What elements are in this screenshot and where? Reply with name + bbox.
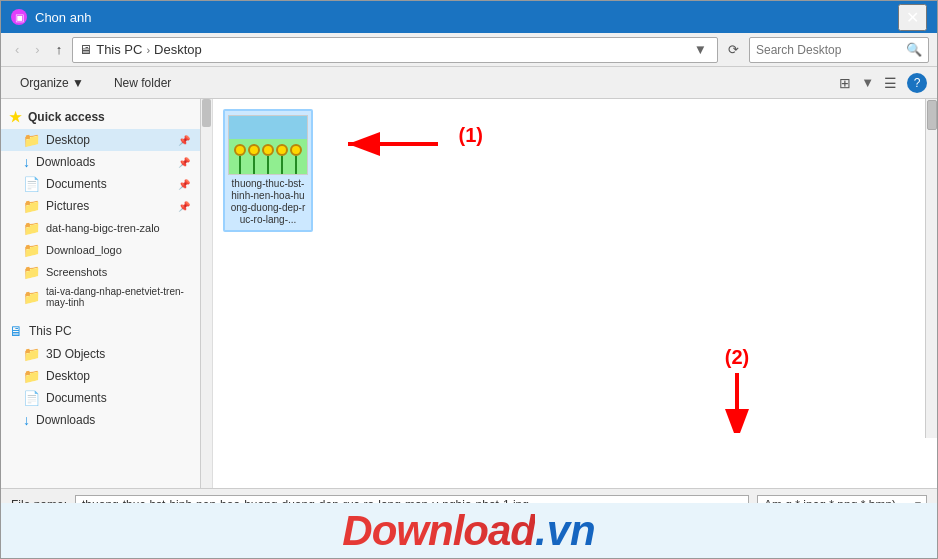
dialog-title: Chon anh (35, 10, 898, 25)
search-icon: 🔍 (906, 42, 922, 57)
sidebar-scrollbar-thumb (202, 99, 211, 127)
pc-doc-icon: 📄 (23, 390, 40, 406)
cancel-button[interactable]: Cancel (860, 528, 927, 552)
this-pc-header[interactable]: 🖥 This PC (1, 319, 200, 343)
sidebar-item-download-logo[interactable]: 📁 Download_logo (1, 239, 200, 261)
nav-toolbar: ‹ › ↑ 🖥 This PC › Desktop ▼ ⟳ 🔍 (1, 33, 937, 67)
address-bar[interactable]: 🖥 This PC › Desktop ▼ (72, 37, 718, 63)
organize-button[interactable]: Organize ▼ (11, 73, 93, 93)
pc-desktop-icon: 📁 (23, 368, 40, 384)
file-dialog: ▣ Chon anh ✕ ‹ › ↑ 🖥 This PC › Desktop ▼… (0, 0, 938, 559)
file-scrollbar-thumb (927, 100, 937, 130)
path-part-2: Desktop (154, 42, 202, 57)
help-button[interactable]: ? (907, 73, 927, 93)
file-content: thuong-thuc-bst-hinh-nen-hoa-huong-duong… (223, 109, 927, 232)
main-content: ★ Quick access 📁 Desktop 📌 ↓ Downloads 📌… (1, 99, 937, 488)
path-separator: › (146, 44, 150, 56)
refresh-button[interactable]: ⟳ (722, 39, 745, 60)
sunflower-2 (248, 144, 260, 174)
folder-icon: 📁 (23, 132, 40, 148)
sidebar-item-desktop[interactable]: 📁 Desktop 📌 (1, 129, 200, 151)
sidebar-item-tai-va-dang[interactable]: 📁 tai-va-dang-nhap-enetviet-tren-may-tin… (1, 283, 200, 311)
doc-icon: 📄 (23, 176, 40, 192)
pin-icon-documents: 📌 (178, 179, 190, 190)
sidebar-item-pc-documents[interactable]: 📄 Documents (1, 387, 200, 409)
organize-toolbar: Organize ▼ New folder ⊞ ▼ ☰ ? (1, 67, 937, 99)
file-scrollbar[interactable] (925, 99, 937, 438)
sidebar-item-3d-objects[interactable]: 📁 3D Objects (1, 343, 200, 365)
sidebar-item-documents[interactable]: 📄 Documents 📌 (1, 173, 200, 195)
address-path: 🖥 This PC › Desktop (79, 42, 690, 57)
filename-input-wrapper (75, 495, 749, 515)
view-list-button[interactable]: ☰ (878, 72, 903, 94)
close-button[interactable]: ✕ (898, 4, 927, 31)
forward-button[interactable]: › (29, 39, 45, 60)
new-folder-button[interactable]: New folder (105, 73, 180, 93)
pictures-folder-icon: 📁 (23, 198, 40, 214)
open-button[interactable]: Open (782, 528, 853, 552)
toolbar-right: ⊞ ▼ ☰ ? (833, 72, 927, 94)
sunflower-3 (262, 144, 274, 174)
sidebar-item-dat-hang[interactable]: 📁 dat-hang-bigc-tren-zalo (1, 217, 200, 239)
search-input[interactable] (756, 43, 906, 57)
yellow-folder-icon-3: 📁 (23, 264, 40, 280)
star-icon: ★ (9, 109, 22, 125)
file-thumbnail (228, 115, 308, 175)
filename-input[interactable] (75, 495, 749, 515)
pin-icon-pictures: 📌 (178, 201, 190, 212)
annotation-label-2: (2) (725, 346, 749, 369)
sidebar-item-pc-downloads[interactable]: ↓ Downloads (1, 409, 200, 431)
title-bar: ▣ Chon anh ✕ (1, 1, 937, 33)
pin-icon-downloads: 📌 (178, 157, 190, 168)
view-grid-button[interactable]: ⊞ (833, 72, 857, 94)
sidebar-item-downloads[interactable]: ↓ Downloads 📌 (1, 151, 200, 173)
search-bar[interactable]: 🔍 (749, 37, 929, 63)
sidebar-item-screenshots[interactable]: 📁 Screenshots (1, 261, 200, 283)
download-icon: ↓ (23, 154, 30, 170)
filename-row: File name: Am g *.jpeg *.png *.bmp) ▼ (1, 488, 937, 520)
sidebar: ★ Quick access 📁 Desktop 📌 ↓ Downloads 📌… (1, 99, 201, 488)
filename-label: File name: (11, 498, 67, 512)
sidebar-item-pictures[interactable]: 📁 Pictures 📌 (1, 195, 200, 217)
yellow-folder-icon-4: 📁 (23, 289, 40, 305)
file-area: thuong-thuc-bst-hinh-nen-hoa-huong-duong… (213, 99, 937, 488)
3d-folder-icon: 📁 (23, 346, 40, 362)
quick-access-header[interactable]: ★ Quick access (1, 105, 200, 129)
sidebar-scrollbar[interactable] (201, 99, 213, 488)
up-button[interactable]: ↑ (50, 39, 69, 60)
annotation-arrow-2: (2) (717, 346, 757, 433)
path-part-1: This PC (96, 42, 142, 57)
sidebar-item-pc-desktop[interactable]: 📁 Desktop (1, 365, 200, 387)
pin-icon: 📌 (178, 135, 190, 146)
action-row: Open Cancel (1, 520, 937, 558)
sunflower-1 (234, 144, 246, 174)
app-icon: ▣ (11, 9, 27, 25)
file-name: thuong-thuc-bst-hinh-nen-hoa-huong-duong… (229, 178, 307, 226)
back-button[interactable]: ‹ (9, 39, 25, 60)
sunflower-4 (276, 144, 288, 174)
sunflower-5 (290, 144, 302, 174)
pc-download-icon: ↓ (23, 412, 30, 428)
file-item-sunflower[interactable]: thuong-thuc-bst-hinh-nen-hoa-huong-duong… (223, 109, 313, 232)
sunflower-illustration (229, 142, 307, 174)
pc-icon: 🖥 (9, 323, 23, 339)
bottom-buttons: Open Cancel (782, 528, 927, 552)
address-dropdown-button[interactable]: ▼ (690, 42, 711, 57)
filetype-wrapper: Am g *.jpeg *.png *.bmp) ▼ (757, 495, 927, 515)
yellow-folder-icon-1: 📁 (23, 220, 40, 236)
filetype-dropdown[interactable]: Am g *.jpeg *.png *.bmp) (757, 495, 927, 515)
yellow-folder-icon-2: 📁 (23, 242, 40, 258)
file-grid: thuong-thuc-bst-hinh-nen-hoa-huong-duong… (223, 109, 927, 232)
pc-icon: 🖥 (79, 42, 92, 57)
